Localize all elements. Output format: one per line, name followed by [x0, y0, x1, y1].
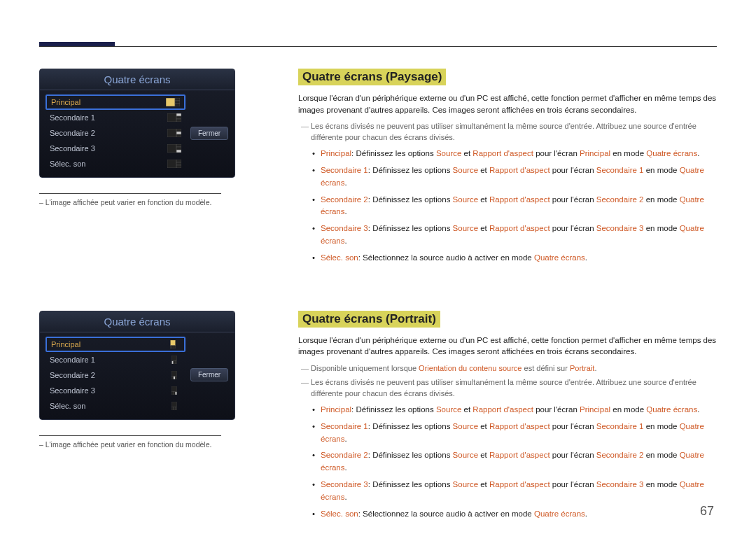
svg-rect-20	[170, 340, 175, 346]
menu-item-principal[interactable]: Principal	[46, 94, 186, 110]
svg-rect-5	[176, 113, 181, 116]
note-source: Les écrans divisés ne peuvent pas utilis…	[301, 377, 717, 400]
menu-title: Quatre écrans	[40, 69, 234, 90]
svg-rect-25	[172, 361, 173, 364]
svg-rect-27	[175, 361, 176, 364]
bullet-principal: Principal: Définissez les options Source…	[312, 404, 717, 416]
bullet-principal: Principal: Définissez les options Source…	[312, 148, 717, 160]
menu-title: Quatre écrans	[40, 311, 234, 332]
section-paysage: Quatre écrans Principal Secondaire 1	[39, 69, 717, 269]
menu-item-selec-son[interactable]: Sélec. son	[46, 398, 186, 414]
bullet-sec2: Secondaire 2: Définissez les options Sou…	[312, 449, 717, 475]
svg-rect-33	[172, 392, 173, 395]
bullet-selec-son: Sélec. son: Sélectionnez la source audio…	[312, 252, 717, 265]
menu-item-sec3[interactable]: Secondaire 3	[46, 141, 186, 156]
svg-rect-14	[176, 147, 181, 150]
note-availability: Disponible uniquement lorsque Orientatio…	[301, 363, 717, 374]
svg-rect-17	[176, 160, 181, 162]
layout-sec2-icon	[167, 129, 181, 137]
menu-item-sec2[interactable]: Secondaire 2	[46, 125, 186, 141]
svg-rect-28	[172, 371, 176, 377]
layout-sec3-icon	[167, 144, 181, 153]
menu-item-label: Principal	[51, 340, 80, 349]
bullet-list: Principal: Définissez les options Source…	[312, 404, 717, 521]
menu-item-label: Sélec. son	[50, 402, 85, 410]
bullet-sec1: Secondaire 1: Définissez les options Sou…	[312, 164, 717, 190]
svg-rect-32	[172, 386, 176, 392]
svg-rect-16	[167, 160, 176, 168]
svg-rect-4	[167, 113, 176, 122]
svg-rect-12	[167, 144, 176, 153]
svg-rect-18	[176, 162, 181, 165]
menu-item-label: Secondaire 3	[50, 144, 95, 153]
layout-selec-icon	[167, 160, 181, 168]
svg-rect-0	[166, 98, 175, 106]
menu-item-label: Secondaire 2	[50, 371, 95, 379]
bullet-sec1: Secondaire 1: Définissez les options Sou…	[312, 421, 717, 446]
menu-item-label: Secondaire 2	[50, 129, 95, 137]
svg-rect-8	[167, 129, 176, 137]
svg-rect-24	[172, 356, 176, 361]
svg-rect-35	[175, 392, 176, 395]
page-number: 67	[700, 504, 714, 519]
svg-rect-39	[175, 407, 176, 410]
layout-sec1-portrait-icon	[167, 356, 181, 364]
svg-rect-11	[176, 134, 181, 137]
menu-item-label: Secondaire 1	[50, 356, 95, 364]
menu-item-sec1[interactable]: Secondaire 1	[46, 110, 186, 125]
bullet-selec-son: Sélec. son: Sélectionnez la source audio…	[312, 508, 717, 521]
image-caption: – L'image affichée peut varier en foncti…	[39, 198, 270, 206]
menu-panel-paysage: Quatre écrans Principal Secondaire 1	[39, 69, 235, 178]
layout-sec2-portrait-icon	[167, 371, 181, 379]
svg-rect-38	[174, 407, 175, 410]
section-title-paysage: Quatre écrans (Paysage)	[298, 69, 446, 85]
caption-rule	[39, 435, 221, 436]
section-title-portrait: Quatre écrans (Portrait)	[298, 311, 440, 328]
svg-rect-19	[176, 165, 181, 168]
svg-rect-37	[172, 407, 173, 410]
svg-rect-9	[176, 129, 181, 132]
svg-rect-13	[176, 144, 181, 147]
bullet-sec2: Secondaire 2: Définissez les options Sou…	[312, 194, 717, 219]
menu-item-principal[interactable]: Principal	[46, 337, 186, 352]
menu-item-selec-son[interactable]: Sélec. son	[46, 156, 186, 171]
menu-item-label: Sélec. son	[50, 160, 85, 168]
caption-text: L'image affichée peut varier en fonction…	[46, 440, 212, 449]
layout-principal-portrait-icon	[166, 340, 180, 349]
svg-rect-21	[170, 346, 172, 349]
close-button[interactable]: Fermer	[190, 127, 228, 140]
caption-rule	[39, 193, 221, 194]
svg-rect-23	[174, 346, 175, 349]
svg-rect-15	[176, 150, 181, 153]
menu-item-label: Principal	[51, 98, 80, 106]
svg-rect-1	[175, 98, 180, 101]
caption-text: L'image affichée peut varier en fonction…	[46, 198, 212, 206]
svg-rect-7	[176, 119, 181, 122]
note-source: Les écrans divisés ne peuvent pas utilis…	[301, 121, 717, 143]
layout-selec-portrait-icon	[167, 402, 181, 410]
intro-text: Lorsque l'écran d'un périphérique extern…	[298, 335, 717, 358]
header-rule	[39, 46, 717, 47]
intro-text: Lorsque l'écran d'un périphérique extern…	[298, 92, 717, 115]
svg-rect-34	[174, 392, 175, 395]
menu-item-sec3[interactable]: Secondaire 3	[46, 383, 186, 398]
bullet-sec3: Secondaire 3: Définissez les options Sou…	[312, 223, 717, 248]
bullet-sec3: Secondaire 3: Définissez les options Sou…	[312, 479, 717, 504]
svg-rect-36	[172, 402, 176, 407]
layout-sec1-icon	[167, 113, 181, 122]
svg-rect-10	[176, 132, 181, 134]
menu-item-sec1[interactable]: Secondaire 1	[46, 352, 186, 367]
svg-rect-2	[175, 101, 180, 104]
svg-rect-31	[175, 377, 176, 379]
svg-rect-6	[176, 116, 181, 119]
close-button[interactable]: Fermer	[190, 368, 228, 381]
bullet-list: Principal: Définissez les options Source…	[312, 148, 717, 265]
section-portrait: Quatre écrans Principal Secondaire 1	[39, 311, 717, 525]
svg-rect-22	[172, 346, 174, 349]
svg-rect-29	[172, 377, 173, 379]
menu-item-sec2[interactable]: Secondaire 2	[46, 367, 186, 383]
image-caption: – L'image affichée peut varier en foncti…	[39, 440, 270, 449]
menu-item-label: Secondaire 1	[50, 113, 95, 122]
svg-rect-3	[175, 104, 180, 106]
layout-principal-icon	[166, 98, 180, 106]
